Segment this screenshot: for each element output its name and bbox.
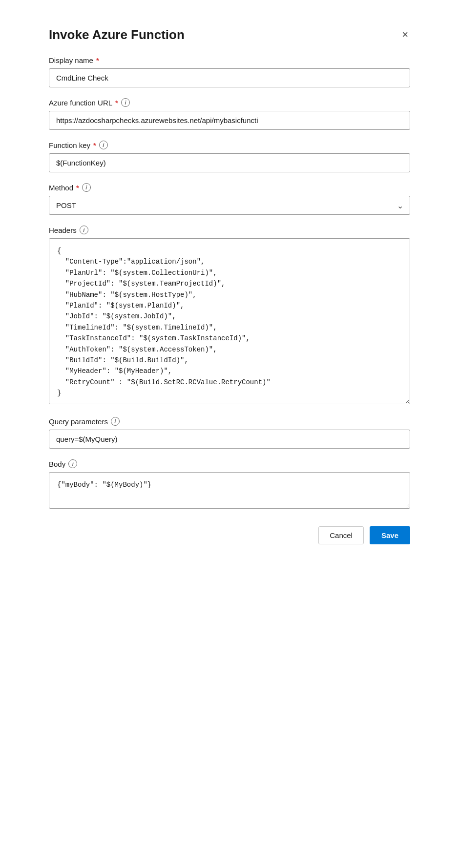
- headers-textarea[interactable]: { "Content-Type":"application/json", "Pl…: [49, 238, 410, 404]
- save-button[interactable]: Save: [370, 526, 410, 544]
- body-label: Body i: [49, 459, 410, 468]
- close-button[interactable]: ×: [400, 27, 410, 42]
- invoke-azure-function-dialog: Invoke Azure Function × Display name * A…: [29, 10, 430, 564]
- method-group: Method * i GET POST PUT DELETE PATCH ⌄: [49, 183, 410, 215]
- azure-function-url-required: *: [115, 99, 118, 107]
- headers-group: Headers i { "Content-Type":"application/…: [49, 226, 410, 406]
- method-select[interactable]: GET POST PUT DELETE PATCH: [49, 196, 410, 215]
- display-name-required: *: [96, 56, 99, 64]
- body-info-icon[interactable]: i: [68, 459, 77, 468]
- query-parameters-info-icon[interactable]: i: [111, 417, 120, 426]
- azure-function-url-label: Azure function URL * i: [49, 98, 410, 107]
- dialog-title: Invoke Azure Function: [49, 27, 185, 42]
- function-key-label: Function key * i: [49, 141, 410, 149]
- display-name-label: Display name *: [49, 56, 410, 64]
- dialog-header: Invoke Azure Function ×: [49, 27, 410, 42]
- query-parameters-label: Query parameters i: [49, 417, 410, 426]
- function-key-info-icon[interactable]: i: [99, 141, 108, 149]
- query-parameters-group: Query parameters i: [49, 417, 410, 449]
- method-label: Method * i: [49, 183, 410, 192]
- cancel-button[interactable]: Cancel: [318, 526, 364, 544]
- function-key-input[interactable]: [49, 153, 410, 172]
- method-info-icon[interactable]: i: [82, 183, 91, 192]
- headers-label-text: Headers: [49, 226, 77, 234]
- display-name-group: Display name *: [49, 56, 410, 87]
- body-textarea[interactable]: {"myBody": "$(MyBody)"}: [49, 472, 410, 509]
- function-key-group: Function key * i: [49, 141, 410, 172]
- display-name-input[interactable]: [49, 68, 410, 87]
- display-name-label-text: Display name: [49, 56, 93, 64]
- headers-label: Headers i: [49, 226, 410, 234]
- headers-info-icon[interactable]: i: [80, 226, 88, 234]
- azure-function-url-input[interactable]: [49, 111, 410, 130]
- body-group: Body i {"myBody": "$(MyBody)"}: [49, 459, 410, 511]
- azure-function-url-label-text: Azure function URL: [49, 99, 112, 107]
- method-required: *: [76, 184, 79, 192]
- function-key-label-text: Function key: [49, 141, 90, 149]
- azure-function-url-group: Azure function URL * i: [49, 98, 410, 130]
- query-parameters-input[interactable]: [49, 430, 410, 449]
- function-key-required: *: [93, 141, 96, 149]
- azure-function-url-info-icon[interactable]: i: [121, 98, 130, 107]
- method-label-text: Method: [49, 184, 73, 192]
- dialog-footer: Cancel Save: [49, 526, 410, 544]
- method-select-wrapper: GET POST PUT DELETE PATCH ⌄: [49, 196, 410, 215]
- query-parameters-label-text: Query parameters: [49, 417, 108, 426]
- body-label-text: Body: [49, 460, 65, 468]
